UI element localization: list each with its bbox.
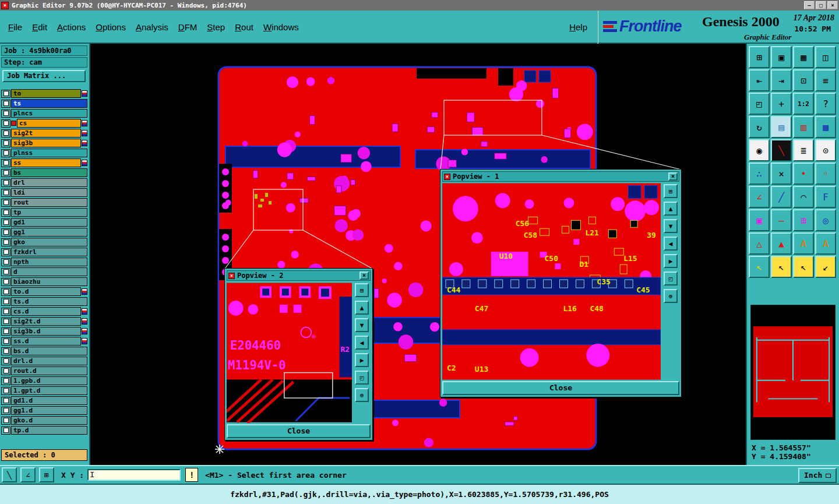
pan-down-button[interactable]: ▼ [664,219,678,233]
arc-draw-button[interactable]: ◠ [793,186,814,208]
layer-name[interactable]: ss [11,158,81,167]
zoom-window-button[interactable]: ◰ [749,93,770,115]
close-button[interactable]: × [827,1,838,9]
layer-visibility-checkbox[interactable] [1,357,10,365]
shift-left-button[interactable]: ⇤ [749,69,770,91]
scale-1-2-button[interactable]: 1:2 [793,93,814,115]
layer-name[interactable]: ss.d [11,337,81,346]
layer-name[interactable]: tp [11,208,87,217]
layer-visibility-checkbox[interactable] [1,387,10,395]
layer-visibility-checkbox[interactable] [1,417,10,425]
layer-visibility-checkbox[interactable] [1,139,10,147]
layer-context-icon[interactable] [82,328,87,334]
pad-frame-button[interactable]: ▣ [749,209,770,231]
layer-visibility-checkbox[interactable] [1,110,10,118]
layer-name[interactable]: drl.d [11,357,87,365]
origin-dot-button[interactable]: ⊙ [815,139,836,161]
units-button[interactable]: Inch [798,468,837,483]
measure-comb-button[interactable]: ≣ [793,139,814,161]
pan-left-button[interactable]: ◀ [664,237,678,251]
layer-compare-button[interactable]: ▥ [793,116,814,138]
layer-name[interactable]: rout [11,198,87,207]
layer-name[interactable]: ts.d [11,297,87,306]
triangle-outline-button[interactable]: △ [749,232,770,255]
title-bar[interactable]: × Graphic Editor 9.07b2 (00@HY-HYCAM-PC0… [0,0,839,10]
layer-name[interactable]: biaozhu [11,277,87,286]
layer-name[interactable]: sig3b.d [11,327,81,336]
layer-visibility-checkbox[interactable] [1,129,10,138]
layer-name[interactable]: 1.gpb.d [11,376,87,385]
layer-visibility-checkbox[interactable] [1,337,10,346]
menu-actions[interactable]: Actions [57,22,86,32]
window-raise-button[interactable]: ⊞ [749,46,770,68]
popout-button[interactable]: ⊞ [664,184,678,198]
layer-visibility-checkbox[interactable] [1,159,10,167]
popview-1-window[interactable]: × Popview - 1 × [440,169,682,397]
layer-name[interactable]: cs.d [11,307,81,316]
minimize-button[interactable]: — [804,1,815,9]
move-grid-button[interactable]: ⊞ [793,209,814,231]
menu-options[interactable]: Options [96,22,126,32]
layer-name[interactable]: sig3b [11,139,81,147]
popout-button[interactable]: ⊞ [355,283,369,297]
layer-visibility-checkbox[interactable] [1,228,10,237]
cursor-bend-button[interactable]: ↙ [815,256,836,278]
layer-name[interactable]: fzkdrl [11,248,87,256]
line-draw-button[interactable]: ╱ [771,186,792,208]
layer-visibility-checkbox[interactable] [1,199,10,207]
point-mark-button[interactable]: • [793,163,814,185]
split-view-button[interactable]: ◫ [815,46,836,68]
layer-visibility-checkbox[interactable] [1,427,10,435]
layer-visibility-checkbox[interactable] [1,119,10,128]
pcb-canvas[interactable]: × Popview - 1 × [90,44,746,465]
circle-overlay-button[interactable]: ◎ [815,209,836,231]
layer-visibility-checkbox[interactable] [1,209,10,217]
layer-visibility-checkbox[interactable] [1,347,10,355]
layer-context-icon[interactable] [82,130,87,136]
layer-visibility-checkbox[interactable] [1,397,10,405]
layer-visibility-checkbox[interactable] [1,90,10,98]
screen-view-button[interactable]: ▣ [771,46,792,68]
layer-context-icon[interactable] [82,318,87,325]
popview-2-window[interactable]: × Popview - 2 × [224,268,373,440]
layer-visibility-checkbox[interactable] [1,298,10,306]
layer-visibility-checkbox[interactable] [1,377,10,385]
layer-name[interactable]: 1.gpt.d [11,386,87,395]
pan-left-button[interactable]: ◀ [355,336,369,350]
pan-down-button[interactable]: ▼ [355,318,369,332]
layer-name[interactable]: gg1 [11,228,87,237]
layer-name[interactable]: tp.d [11,426,87,435]
layer-visibility-checkbox[interactable] [1,189,10,197]
point-ref-button[interactable]: ◦ [815,163,836,185]
menu-analysis[interactable]: Analysis [136,22,168,32]
layer-context-icon[interactable] [82,308,87,315]
layer-name[interactable]: sig2t.d [11,317,81,326]
layer-context-icon[interactable] [82,90,87,97]
board-preview[interactable] [750,305,836,440]
layer-context-icon[interactable] [82,288,87,295]
cursor-secondary-button[interactable]: ↖ [771,256,792,278]
layer-name[interactable]: cs [17,119,81,128]
menu-help[interactable]: Help [569,22,587,32]
triangle-solid-button[interactable]: ▲ [771,232,792,255]
layer-visibility-checkbox[interactable] [1,238,10,246]
layer-visibility-checkbox[interactable] [1,258,10,266]
cascade-windows-button[interactable]: ⊡ [793,69,814,91]
layer-name[interactable]: gko [11,238,87,246]
grid-snap-button[interactable]: ▤ [771,116,792,138]
cursor-text-button[interactable]: ↖ [793,256,814,278]
layer-visibility-checkbox[interactable] [1,288,10,296]
angle-mode-button[interactable]: ∠ [20,467,36,482]
cursor-primary-button[interactable]: ↖ [749,256,770,278]
pan-right-button[interactable]: ▶ [664,254,678,268]
close-icon[interactable]: × [668,172,678,181]
center-button[interactable]: ⊕ [664,289,678,303]
maximize-button[interactable]: □ [816,1,826,9]
layer-name[interactable]: rout.d [11,366,87,375]
menu-file[interactable]: File [8,22,22,32]
layer-name[interactable]: npth [11,258,87,266]
circle-select-button[interactable]: ◉ [749,139,770,161]
layer-name[interactable]: bs.d [11,347,87,355]
menu-windows[interactable]: Windows [263,22,299,32]
alert-button[interactable]: ! [185,468,198,482]
